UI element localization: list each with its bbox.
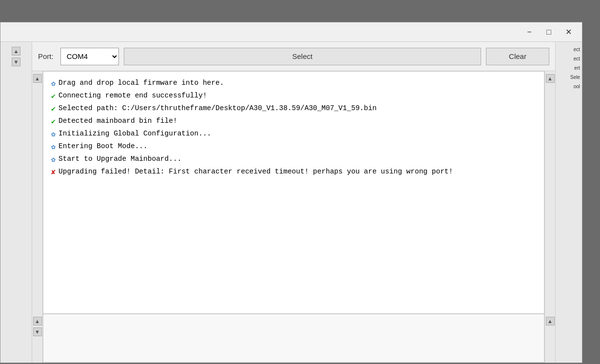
second-scroll-down[interactable]: ▼	[33, 327, 42, 336]
select-button[interactable]: Select	[124, 48, 481, 65]
toolbar: Port: COM4 COM1 COM2 COM3 COM5 Select Cl…	[32, 42, 555, 71]
log-text: Connecting remote end successfully!	[58, 90, 207, 101]
gear-icon: ✿	[51, 129, 56, 141]
log-line: ✿Initializing Global Configuration...	[51, 128, 536, 141]
gear-icon: ✿	[51, 154, 56, 166]
log-line: ✿Start to Upgrade Mainboard...	[51, 153, 536, 166]
second-scroll-up[interactable]: ▲	[33, 317, 42, 326]
right-panel-item-2[interactable]: ect	[558, 55, 580, 62]
log-text: Entering Boot Mode...	[58, 141, 148, 152]
minimize-button[interactable]: −	[520, 24, 539, 40]
right-panel-item-4[interactable]: Sele	[558, 74, 580, 81]
log-line: ✔Connecting remote end successfully!	[51, 90, 536, 103]
main-window: − □ ✕ ▲ ▼ Port: COM4 COM1 COM2 COM3 COM5…	[0, 22, 582, 363]
second-console-area: ▲ ▼ ▲	[32, 314, 555, 363]
second-console-output	[43, 314, 544, 363]
scroll-up-left[interactable]: ▲	[12, 47, 20, 56]
right-panel-item-1[interactable]: ect	[558, 46, 580, 53]
scroll-down-left[interactable]: ▼	[12, 57, 20, 66]
console-scroll-right-up[interactable]: ▲	[546, 74, 555, 83]
check-icon: ✔	[51, 116, 56, 128]
right-panel: ect ect ert Sele ool	[555, 42, 582, 363]
right-panel-item-5[interactable]: ool	[558, 83, 580, 90]
console-area: ▲ ✿Drag and drop local firmware into her…	[32, 71, 555, 314]
port-select[interactable]: COM4 COM1 COM2 COM3 COM5	[60, 48, 119, 65]
left-sidebar: ▲ ▼	[0, 42, 32, 363]
second-console-right-scrollbar: ▲	[544, 314, 555, 363]
log-line: ✘Upgrading failed! Detail: First charact…	[51, 166, 536, 179]
main-layout: ▲ ▼ Port: COM4 COM1 COM2 COM3 COM5 Selec…	[0, 42, 582, 363]
log-line: ✿Entering Boot Mode...	[51, 141, 536, 153]
gear-icon: ✿	[51, 142, 56, 153]
log-line: ✔Selected path: C:/Users/thrutheframe/De…	[51, 103, 536, 115]
log-text: Detected mainboard bin file!	[58, 115, 177, 127]
log-text: Start to Upgrade Mainboard...	[58, 153, 181, 165]
log-line: ✿Drag and drop local firmware into here.	[51, 77, 536, 90]
center-content: Port: COM4 COM1 COM2 COM3 COM5 Select Cl…	[32, 42, 555, 363]
log-text: Drag and drop local firmware into here.	[58, 77, 224, 89]
second-console-left-scrollbar: ▲ ▼	[32, 314, 43, 363]
title-bar: − □ ✕	[0, 22, 582, 42]
log-text: Initializing Global Configuration...	[58, 128, 211, 139]
gear-icon: ✿	[51, 78, 56, 90]
cross-icon: ✘	[51, 167, 56, 179]
maximize-button[interactable]: □	[539, 24, 559, 40]
console-output: ✿Drag and drop local firmware into here.…	[43, 71, 544, 314]
console-scroll-up[interactable]: ▲	[33, 74, 42, 83]
log-text: Upgrading failed! Detail: First characte…	[58, 166, 453, 177]
console-right-scrollbar: ▲	[544, 71, 555, 314]
second-scroll-right[interactable]: ▲	[546, 317, 555, 326]
port-label: Port:	[38, 52, 54, 60]
right-panel-item-3[interactable]: ert	[558, 64, 580, 72]
log-text: Selected path: C:/Users/thrutheframe/Des…	[58, 103, 377, 114]
check-icon: ✔	[51, 104, 56, 115]
clear-button[interactable]: Clear	[486, 48, 549, 65]
close-button[interactable]: ✕	[559, 24, 578, 40]
log-line: ✔Detected mainboard bin file!	[51, 115, 536, 128]
console-left-scrollbar: ▲	[32, 71, 43, 314]
check-icon: ✔	[51, 91, 56, 103]
